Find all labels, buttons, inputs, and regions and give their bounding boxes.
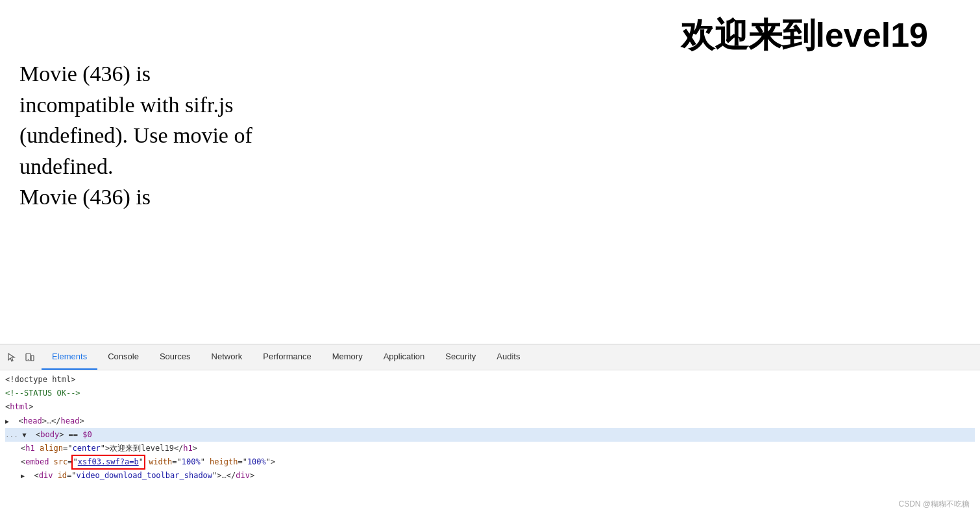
embed-src-link[interactable]: xsf03.swf?a=b (78, 457, 139, 466)
tab-network[interactable]: Network (201, 344, 253, 370)
body-line-5: Movie (436) is (19, 182, 252, 213)
devtools-toolbar: Elements Console Sources Network Perform… (0, 344, 980, 370)
device-toolbar-button[interactable] (21, 348, 39, 366)
body-line-1: Movie (436) is (19, 58, 252, 90)
html-body-tag[interactable]: ... ▼ <body> == $0 (5, 428, 975, 442)
html-doctype: <!doctype html> (5, 373, 975, 387)
svg-point-2 (28, 359, 29, 360)
tab-memory[interactable]: Memory (322, 344, 373, 370)
html-div-tag: ▶ <div id="video_download_toolbar_shadow… (5, 469, 975, 483)
devtools-tabs: Elements Console Sources Network Perform… (42, 344, 530, 370)
body-line-4: undefined. (19, 151, 252, 182)
body-line-3: (undefined). Use movie of (19, 120, 252, 151)
html-h1-tag: <h1 align="center">欢迎来到level19</h1> (5, 442, 975, 455)
page-body-text: Movie (436) is incompatible with sifr.js… (19, 58, 252, 213)
watermark: CSDN @糊糊不吃糖 (898, 499, 970, 510)
page-content: 欢迎来到level19 Movie (436) is incompatible … (0, 0, 980, 344)
devtools-elements-content: <!doctype html> <!--STATUS OK--> <html> … (0, 370, 980, 486)
tab-security[interactable]: Security (435, 344, 486, 370)
tab-sources[interactable]: Sources (149, 344, 201, 370)
page-title: 欢迎来到level19 (681, 13, 929, 58)
html-html-tag: <html> (5, 400, 975, 414)
html-comment-status: <!--STATUS OK--> (5, 387, 975, 400)
svg-rect-1 (31, 355, 34, 361)
body-line-2: incompatible with sifr.js (19, 90, 252, 121)
tab-audits[interactable]: Audits (486, 344, 530, 370)
html-head-tag: ▶ <head>…</head> (5, 414, 975, 428)
tab-application[interactable]: Application (373, 344, 435, 370)
inspect-element-button[interactable] (3, 348, 21, 366)
devtools-panel: Elements Console Sources Network Perform… (0, 344, 980, 515)
tab-elements[interactable]: Elements (42, 344, 97, 370)
html-embed-tag: <embed src="xsf03.swf?a=b" width="100%" … (5, 455, 975, 469)
tab-performance[interactable]: Performance (252, 344, 321, 370)
tab-console[interactable]: Console (97, 344, 149, 370)
